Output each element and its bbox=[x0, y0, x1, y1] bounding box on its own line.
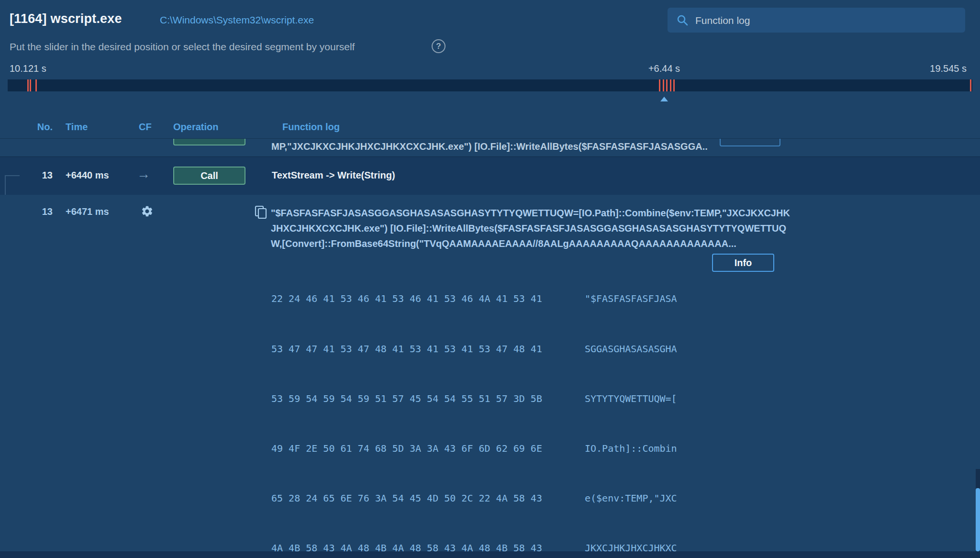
row-number: 13 bbox=[29, 206, 53, 217]
hex-dump-ascii: "$FASFASFASFJASA SGGASGHASASASGHA SYTYTY… bbox=[585, 257, 677, 558]
timeline-slider[interactable] bbox=[8, 79, 972, 91]
ascii-line: "$FASFASFASFJASA bbox=[585, 290, 677, 307]
row-time: +6440 ms bbox=[66, 170, 109, 181]
table-row-detail: 13 +6471 ms "$FASFASFASFJASASGGASGHASASA… bbox=[0, 195, 980, 551]
argument-line: JHXCJHKXCXCJHK.exe") [IO.File]::WriteAll… bbox=[271, 221, 790, 236]
function-log-argument-text: "$FASFASFASFJASASGGASGHASASASGHASYTYTYQW… bbox=[271, 205, 790, 251]
argument-line: W,[Convert]::FromBase64String("TVqQAAMAA… bbox=[271, 236, 790, 251]
hex-line: 49 4F 2E 50 61 74 68 5D 3A 3A 43 6F 6D 6… bbox=[271, 440, 542, 457]
timeline-offset-label: +6.44 s bbox=[631, 63, 698, 74]
ascii-line: SYTYTYQWETTUQW=[ bbox=[585, 391, 677, 407]
hex-line: 22 24 46 41 53 46 41 53 46 41 53 46 4A 4… bbox=[271, 290, 542, 307]
event-tick bbox=[35, 79, 37, 91]
gear-icon[interactable] bbox=[141, 205, 154, 218]
event-tick bbox=[30, 79, 31, 91]
column-header-operation: Operation bbox=[173, 122, 218, 133]
event-tick bbox=[666, 79, 668, 91]
tree-connector-line bbox=[5, 175, 20, 176]
call-button-clipped[interactable] bbox=[173, 139, 245, 145]
column-header-time: Time bbox=[66, 122, 88, 133]
function-log-window: [1164] wscript.exe C:\Windows\System32\w… bbox=[0, 0, 980, 558]
search-input[interactable] bbox=[694, 8, 959, 33]
ascii-line: IO.Path]::Combin bbox=[585, 440, 677, 457]
hex-line: 65 28 24 65 6E 76 3A 54 45 4D 50 2C 22 4… bbox=[271, 490, 542, 507]
hex-line: 53 59 54 59 54 59 51 57 45 54 54 55 51 5… bbox=[271, 391, 542, 407]
function-log-text-clipped: MP,"JXCJKXCJHKJHXCJHKXCXCJHK.exe") [IO.F… bbox=[271, 141, 708, 152]
cf-arrow-icon: → bbox=[137, 167, 150, 182]
process-title: [1164] wscript.exe bbox=[10, 11, 122, 26]
hex-dump-bytes: 22 24 46 41 53 46 41 53 46 41 53 46 4A 4… bbox=[271, 257, 542, 558]
event-tick bbox=[970, 79, 971, 91]
call-operation-button[interactable]: Call bbox=[173, 167, 245, 185]
event-tick bbox=[670, 79, 671, 91]
row-time: +6471 ms bbox=[66, 206, 109, 217]
event-tick bbox=[673, 79, 675, 91]
help-icon[interactable]: ? bbox=[432, 39, 445, 53]
column-header-function-log: Function log bbox=[282, 122, 340, 133]
table-row-call[interactable]: 13 +6440 ms → Call TextStream -> Write(S… bbox=[0, 157, 980, 195]
process-path-link[interactable]: C:\Windows\System32\wscript.exe bbox=[160, 14, 314, 26]
timeline-end-label: 19.545 s bbox=[904, 63, 967, 74]
event-tick bbox=[659, 79, 660, 91]
row-number: 13 bbox=[29, 170, 53, 181]
event-tick bbox=[27, 79, 29, 91]
scrollbar-thumb[interactable] bbox=[976, 488, 980, 551]
copy-icon[interactable] bbox=[255, 205, 267, 219]
hex-line: 53 47 47 41 53 47 48 41 53 41 53 41 53 4… bbox=[271, 341, 542, 357]
slider-instruction: Put the slider in the desired position o… bbox=[10, 41, 355, 53]
search-box[interactable] bbox=[668, 8, 965, 33]
function-log-entry: TextStream -> Write(String) bbox=[272, 170, 395, 181]
bottom-bar bbox=[0, 551, 980, 558]
column-header-no: No. bbox=[29, 122, 53, 133]
ascii-line: SGGASGHASASASGHA bbox=[585, 341, 677, 357]
slider-marker-triangle-up-icon[interactable] bbox=[660, 97, 668, 101]
ascii-line: e($env:TEMP,"JXC bbox=[585, 490, 677, 507]
info-button[interactable]: Info bbox=[712, 254, 774, 272]
column-header-cf: CF bbox=[139, 122, 152, 133]
event-tick bbox=[663, 79, 664, 91]
table-row-clipped[interactable]: MP,"JXCJKXCJHKJHXCJHKXCXCJHK.exe") [IO.F… bbox=[0, 139, 980, 156]
search-icon bbox=[676, 14, 689, 28]
argument-line: "$FASFASFASFJASASGGASGHASASASGHASYTYTYQW… bbox=[271, 205, 790, 221]
timeline-start-label: 10.121 s bbox=[10, 63, 46, 74]
info-button-clipped[interactable] bbox=[720, 139, 780, 146]
